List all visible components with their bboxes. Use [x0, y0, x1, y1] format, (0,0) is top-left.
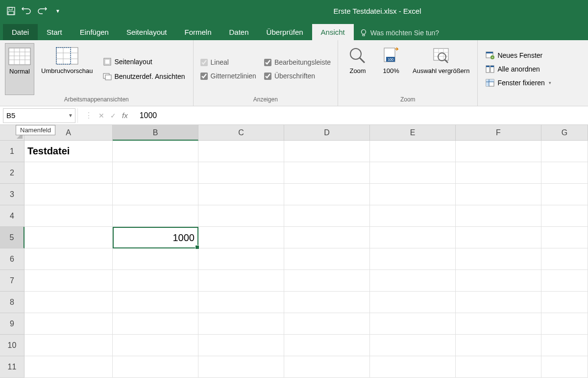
- name-box[interactable]: ▼: [3, 108, 75, 123]
- column-header-E[interactable]: E: [370, 125, 456, 141]
- cell-F6[interactable]: [456, 248, 541, 270]
- cell-G6[interactable]: [541, 248, 588, 270]
- cell-D3[interactable]: [284, 184, 370, 205]
- cell-B8[interactable]: [113, 292, 198, 313]
- cell-F4[interactable]: [456, 205, 541, 227]
- cell-F5[interactable]: [456, 227, 541, 248]
- name-box-input[interactable]: [6, 111, 72, 120]
- row-header-3[interactable]: 3: [0, 184, 24, 205]
- cell-G11[interactable]: [541, 356, 588, 378]
- normal-view-button[interactable]: Normal: [5, 43, 34, 95]
- row-header-6[interactable]: 6: [0, 248, 24, 270]
- cell-B2[interactable]: [113, 162, 198, 184]
- cell-C3[interactable]: [198, 184, 284, 205]
- cell-D2[interactable]: [284, 162, 370, 184]
- cell-G5[interactable]: [541, 227, 588, 248]
- cell-E10[interactable]: [370, 335, 456, 356]
- cell-A9[interactable]: [24, 313, 113, 335]
- row-header-5[interactable]: 5: [0, 227, 24, 248]
- cell-C8[interactable]: [198, 292, 284, 313]
- cell-D7[interactable]: [284, 270, 370, 292]
- row-header-10[interactable]: 10: [0, 335, 24, 356]
- cell-C7[interactable]: [198, 270, 284, 292]
- formula-bar-checkbox[interactable]: Bearbeitungsleiste: [262, 57, 333, 68]
- cell-A10[interactable]: [24, 335, 113, 356]
- cell-E5[interactable]: [370, 227, 456, 248]
- cancel-formula-icon[interactable]: ✕: [98, 112, 104, 120]
- redo-icon[interactable]: [35, 4, 49, 18]
- row-header-9[interactable]: 9: [0, 313, 24, 335]
- cell-A1[interactable]: Testdatei: [24, 141, 113, 162]
- cell-D1[interactable]: [284, 141, 370, 162]
- row-header-1[interactable]: 1: [0, 141, 24, 162]
- tab-formulas[interactable]: Formeln: [176, 24, 220, 40]
- zoom-button[interactable]: Zoom: [343, 43, 372, 95]
- cell-A4[interactable]: [24, 205, 113, 227]
- formula-input[interactable]: [135, 108, 588, 123]
- cell-B9[interactable]: [113, 313, 198, 335]
- new-window-button[interactable]: + Neues Fenster: [483, 50, 554, 61]
- tab-page-layout[interactable]: Seitenlayout: [118, 24, 176, 40]
- cell-E4[interactable]: [370, 205, 456, 227]
- cell-D8[interactable]: [284, 292, 370, 313]
- cell-A8[interactable]: [24, 292, 113, 313]
- cell-A5[interactable]: [24, 227, 113, 248]
- cell-C1[interactable]: [198, 141, 284, 162]
- cell-C5[interactable]: [198, 227, 284, 248]
- custom-views-button[interactable]: Benutzerdef. Ansichten: [100, 71, 188, 82]
- cell-D6[interactable]: [284, 248, 370, 270]
- cell-G3[interactable]: [541, 184, 588, 205]
- cell-E3[interactable]: [370, 184, 456, 205]
- cell-G2[interactable]: [541, 162, 588, 184]
- cell-B3[interactable]: [113, 184, 198, 205]
- enter-formula-icon[interactable]: ✓: [110, 112, 116, 120]
- page-layout-button[interactable]: Seitenlayout: [100, 56, 188, 68]
- cell-D5[interactable]: [284, 227, 370, 248]
- cell-C10[interactable]: [198, 335, 284, 356]
- cell-C6[interactable]: [198, 248, 284, 270]
- cell-G9[interactable]: [541, 313, 588, 335]
- cell-F11[interactable]: [456, 356, 541, 378]
- cell-B5[interactable]: 1000: [113, 227, 198, 248]
- cell-G10[interactable]: [541, 335, 588, 356]
- row-header-7[interactable]: 7: [0, 270, 24, 292]
- ruler-checkbox[interactable]: Lineal: [198, 57, 258, 68]
- column-header-C[interactable]: C: [198, 125, 284, 141]
- insert-function-icon[interactable]: fx: [122, 111, 128, 120]
- tab-review[interactable]: Überprüfen: [258, 24, 312, 40]
- undo-icon[interactable]: [20, 4, 33, 18]
- tab-insert[interactable]: Einfügen: [71, 24, 118, 40]
- freeze-panes-button[interactable]: Fenster fixieren ▾: [483, 77, 554, 88]
- cell-B4[interactable]: [113, 205, 198, 227]
- cell-B6[interactable]: [113, 248, 198, 270]
- cell-F8[interactable]: [456, 292, 541, 313]
- tab-start[interactable]: Start: [38, 24, 71, 40]
- cell-C9[interactable]: [198, 313, 284, 335]
- cell-A2[interactable]: [24, 162, 113, 184]
- cell-F3[interactable]: [456, 184, 541, 205]
- qat-customize-icon[interactable]: ▼: [51, 4, 65, 18]
- tab-view[interactable]: Ansicht: [312, 24, 354, 40]
- column-header-B[interactable]: B: [113, 125, 198, 141]
- cell-D11[interactable]: [284, 356, 370, 378]
- column-header-F[interactable]: F: [456, 125, 541, 141]
- cell-F1[interactable]: [456, 141, 541, 162]
- zoom-100-button[interactable]: 100 100%: [376, 43, 406, 95]
- cell-C2[interactable]: [198, 162, 284, 184]
- cell-F10[interactable]: [456, 335, 541, 356]
- page-break-preview-button[interactable]: Umbruchvorschau: [38, 43, 96, 95]
- cell-A7[interactable]: [24, 270, 113, 292]
- cell-E1[interactable]: [370, 141, 456, 162]
- cell-G4[interactable]: [541, 205, 588, 227]
- row-header-2[interactable]: 2: [0, 162, 24, 184]
- cell-F7[interactable]: [456, 270, 541, 292]
- tab-file[interactable]: Datei: [3, 24, 38, 40]
- arrange-all-button[interactable]: Alle anordnen: [483, 64, 554, 74]
- row-header-8[interactable]: 8: [0, 292, 24, 313]
- cell-E2[interactable]: [370, 162, 456, 184]
- column-header-D[interactable]: D: [284, 125, 370, 141]
- cell-C11[interactable]: [198, 356, 284, 378]
- cell-A11[interactable]: [24, 356, 113, 378]
- cell-D4[interactable]: [284, 205, 370, 227]
- cell-G7[interactable]: [541, 270, 588, 292]
